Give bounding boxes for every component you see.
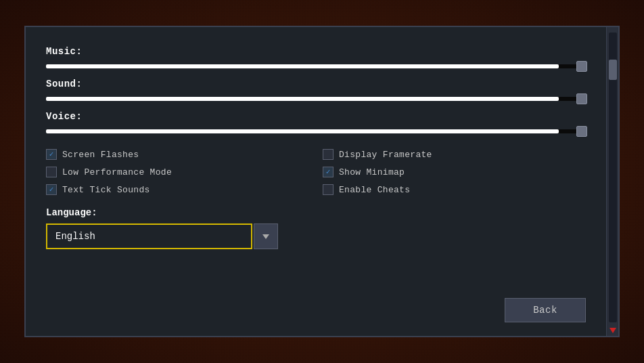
checkbox-label-enable-cheats: Enable Cheats bbox=[339, 185, 410, 195]
scroll-down-icon[interactable] bbox=[610, 328, 616, 333]
sound-slider-fill bbox=[46, 97, 559, 101]
checkbox-box-display-framerate bbox=[323, 149, 334, 160]
sound-slider-thumb[interactable] bbox=[576, 93, 587, 104]
checkbox-label-show-minimap: Show Minimap bbox=[339, 167, 405, 177]
voice-slider-thumb[interactable] bbox=[576, 126, 587, 137]
checkbox-label-display-framerate: Display Framerate bbox=[339, 150, 432, 160]
language-dropdown-arrow[interactable] bbox=[254, 223, 278, 249]
voice-label: Voice: bbox=[46, 111, 586, 122]
music-label: Music: bbox=[46, 46, 586, 57]
voice-slider-fill bbox=[46, 129, 559, 133]
chevron-down-icon bbox=[262, 234, 269, 239]
checkboxes-grid: ✓ Screen Flashes Display Framerate Low P… bbox=[46, 149, 586, 195]
voice-section: Voice: bbox=[46, 111, 586, 137]
sound-section: Sound: bbox=[46, 79, 586, 104]
checkbox-screen-flashes[interactable]: ✓ Screen Flashes bbox=[46, 149, 309, 160]
voice-slider-track bbox=[46, 129, 586, 133]
voice-slider-container[interactable] bbox=[46, 126, 586, 137]
checkbox-box-screen-flashes: ✓ bbox=[46, 149, 57, 160]
checkbox-label-text-tick-sounds: Text Tick Sounds bbox=[62, 185, 150, 195]
language-select-box[interactable]: English bbox=[46, 223, 252, 249]
checkbox-box-enable-cheats bbox=[323, 184, 334, 195]
music-slider-thumb[interactable] bbox=[576, 61, 587, 72]
language-section: Language: English bbox=[46, 207, 586, 249]
settings-content: Music: Sound: Voice: bbox=[26, 27, 606, 336]
sound-slider-container[interactable] bbox=[46, 93, 586, 104]
scrollbar-thumb[interactable] bbox=[609, 60, 617, 80]
music-slider-container[interactable] bbox=[46, 61, 586, 72]
checkbox-box-low-performance-mode bbox=[46, 167, 57, 177]
music-slider-fill bbox=[46, 64, 559, 68]
checkbox-box-text-tick-sounds: ✓ bbox=[46, 184, 57, 195]
language-row: English bbox=[46, 223, 586, 249]
bottom-row: Back bbox=[46, 249, 586, 322]
scrollbar-track bbox=[609, 33, 617, 322]
checkbox-box-show-minimap: ✓ bbox=[323, 167, 334, 177]
checkbox-show-minimap[interactable]: ✓ Show Minimap bbox=[323, 167, 586, 177]
checkbox-enable-cheats[interactable]: Enable Cheats bbox=[323, 184, 586, 195]
music-section: Music: bbox=[46, 46, 586, 72]
language-selected-value: English bbox=[55, 231, 95, 242]
settings-dialog: Music: Sound: Voice: bbox=[24, 26, 620, 337]
checkbox-label-low-performance-mode: Low Performance Mode bbox=[62, 167, 172, 177]
checkbox-display-framerate[interactable]: Display Framerate bbox=[323, 149, 586, 160]
checkbox-low-performance-mode[interactable]: Low Performance Mode bbox=[46, 167, 309, 177]
music-slider-track bbox=[46, 64, 586, 68]
checkbox-label-screen-flashes: Screen Flashes bbox=[62, 150, 139, 160]
checkbox-text-tick-sounds[interactable]: ✓ Text Tick Sounds bbox=[46, 184, 309, 195]
sound-label: Sound: bbox=[46, 79, 586, 89]
language-label: Language: bbox=[46, 207, 586, 218]
sound-slider-track bbox=[46, 97, 586, 101]
scrollbar[interactable] bbox=[606, 27, 618, 336]
back-button[interactable]: Back bbox=[505, 298, 586, 322]
